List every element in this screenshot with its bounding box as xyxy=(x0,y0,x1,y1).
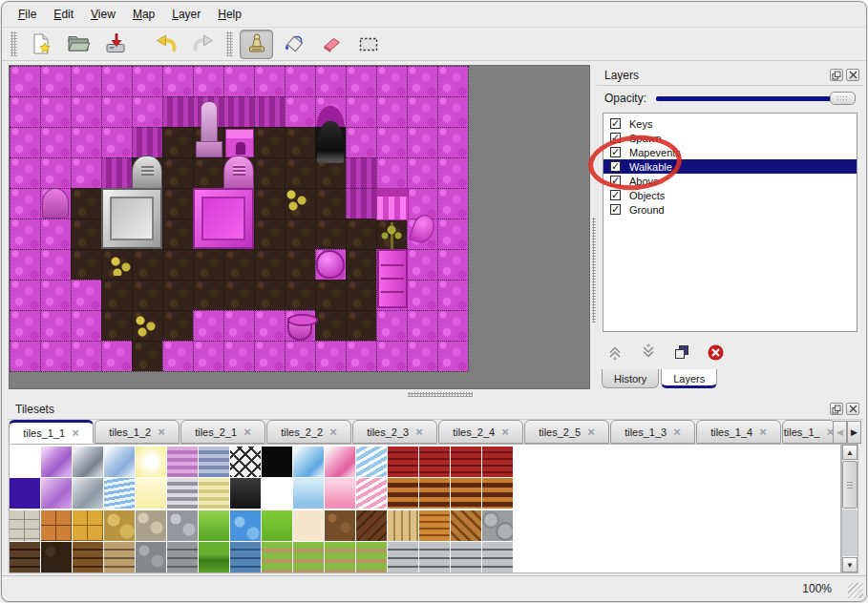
map-tile[interactable] xyxy=(346,157,376,188)
tileset-tile[interactable] xyxy=(199,447,229,477)
map-tile[interactable] xyxy=(346,66,376,96)
tileset-tile[interactable] xyxy=(356,478,387,509)
map-tile[interactable] xyxy=(101,157,132,188)
eraser-tool-button[interactable] xyxy=(314,30,348,59)
tileset-tile[interactable] xyxy=(199,542,229,572)
close-panel-button[interactable] xyxy=(846,69,859,81)
tileset-tile[interactable] xyxy=(104,478,135,509)
map-tile[interactable] xyxy=(223,310,254,341)
redo-button[interactable] xyxy=(186,30,220,59)
tileset-tile[interactable] xyxy=(167,447,198,477)
new-map-button[interactable] xyxy=(24,30,57,59)
tileset-tab-tiles_2_3[interactable]: tiles_2_3× xyxy=(352,420,437,444)
map-tile[interactable] xyxy=(162,341,193,371)
map-tile[interactable] xyxy=(437,188,468,218)
opacity-slider[interactable] xyxy=(656,91,856,106)
opacity-slider-handle[interactable] xyxy=(830,92,856,105)
tileset-tile[interactable] xyxy=(10,510,40,541)
close-tab-icon[interactable]: × xyxy=(243,427,251,437)
tileset-scrollbar[interactable]: ▲ ▼ xyxy=(841,444,858,573)
map-tile[interactable] xyxy=(193,157,223,188)
raise-layer-button[interactable] xyxy=(604,342,625,363)
map-tile[interactable] xyxy=(162,310,193,341)
tab-layers[interactable]: Layers xyxy=(661,369,717,388)
close-tab-icon[interactable]: × xyxy=(501,427,509,437)
map-tile[interactable] xyxy=(437,341,468,371)
map-tile[interactable] xyxy=(315,341,346,371)
map-tile[interactable] xyxy=(101,280,132,310)
map-tile[interactable] xyxy=(132,280,162,310)
tileset-tile[interactable] xyxy=(199,478,229,509)
tileset-tab-tiles_1_3[interactable]: tiles_1_3× xyxy=(610,420,695,444)
map-tile[interactable] xyxy=(437,218,468,249)
map-tile[interactable] xyxy=(10,249,40,280)
tileset-tab-tiles_2_4[interactable]: tiles_2_4× xyxy=(438,420,523,444)
tileset-tile[interactable] xyxy=(230,447,261,477)
tileset-tile[interactable] xyxy=(293,478,324,509)
map-tile[interactable] xyxy=(437,280,468,310)
map-canvas[interactable] xyxy=(10,66,468,371)
tileset-tile[interactable] xyxy=(136,478,166,509)
map-tile[interactable] xyxy=(162,218,193,249)
map-tile[interactable] xyxy=(223,341,254,371)
tileset-tile[interactable] xyxy=(262,478,292,509)
tileset-tile[interactable] xyxy=(325,478,355,509)
map-tile[interactable] xyxy=(10,280,40,310)
map-tile[interactable] xyxy=(162,188,193,218)
map-tile[interactable] xyxy=(40,341,71,371)
map-tile[interactable] xyxy=(315,218,346,249)
map-tile[interactable] xyxy=(40,249,71,280)
tileset-tile[interactable] xyxy=(419,542,450,572)
map-tile[interactable] xyxy=(437,96,468,127)
close-panel-button[interactable] xyxy=(846,403,859,415)
map-tile[interactable] xyxy=(223,280,254,310)
close-tab-icon[interactable]: × xyxy=(158,427,165,437)
layer-visibility-checkbox[interactable]: ✓ xyxy=(610,161,621,172)
tileset-tile[interactable] xyxy=(230,510,261,541)
tileset-tile[interactable] xyxy=(41,542,72,572)
scrollbar-track[interactable] xyxy=(842,509,857,556)
delete-layer-button[interactable] xyxy=(705,342,726,363)
tileset-tile[interactable] xyxy=(419,447,450,477)
map-tile[interactable] xyxy=(71,96,101,127)
map-tile[interactable] xyxy=(10,310,40,341)
tileset-tile[interactable] xyxy=(451,478,481,509)
map-tile[interactable] xyxy=(223,66,254,96)
map-tile[interactable] xyxy=(71,249,101,280)
toolbar-grip[interactable] xyxy=(226,31,233,56)
layer-visibility-checkbox[interactable]: ✓ xyxy=(610,133,621,143)
tileset-tab-tiles_1_1[interactable]: tiles_1_1× xyxy=(9,420,94,444)
map-tile[interactable] xyxy=(40,66,71,96)
map-tile[interactable] xyxy=(10,188,40,218)
map-tile[interactable] xyxy=(407,127,437,157)
map-tile[interactable] xyxy=(193,249,223,280)
layer-row-mapevents[interactable]: ✓Mapevents xyxy=(603,145,857,159)
map-tile[interactable] xyxy=(437,127,468,157)
tileset-tab-tiles_1_4[interactable]: tiles_1_4× xyxy=(696,420,781,444)
map-tile[interactable] xyxy=(285,127,315,157)
map-tile[interactable] xyxy=(193,341,223,371)
tileset-tile[interactable] xyxy=(104,447,135,477)
close-tab-icon[interactable]: × xyxy=(329,427,337,437)
map-tile[interactable] xyxy=(285,280,315,310)
layer-visibility-checkbox[interactable]: ✓ xyxy=(610,176,621,186)
map-tile[interactable] xyxy=(101,66,132,96)
map-tile[interactable] xyxy=(346,96,376,127)
tileset-tab-tiles_1[interactable]: tiles_1_× xyxy=(782,420,836,444)
tileset-tab-tiles_2_5[interactable]: tiles_2_5× xyxy=(524,420,609,444)
tileset-tile[interactable] xyxy=(167,510,198,541)
map-tile[interactable] xyxy=(132,249,162,280)
map-tile[interactable] xyxy=(346,280,376,310)
map-tile[interactable] xyxy=(101,341,132,371)
map-tile[interactable] xyxy=(40,310,71,341)
map-tile[interactable] xyxy=(162,96,193,127)
map-tile[interactable] xyxy=(10,157,40,188)
map-tile[interactable] xyxy=(285,96,315,127)
layer-row-objects[interactable]: ✓Objects xyxy=(603,188,857,202)
menu-help[interactable]: Help xyxy=(209,4,250,25)
tileset-tile[interactable] xyxy=(73,510,103,541)
tileset-tile[interactable] xyxy=(230,542,261,572)
close-tab-icon[interactable]: × xyxy=(587,427,595,437)
tileset-tile[interactable] xyxy=(325,542,355,572)
horizontal-splitter[interactable] xyxy=(2,389,866,399)
